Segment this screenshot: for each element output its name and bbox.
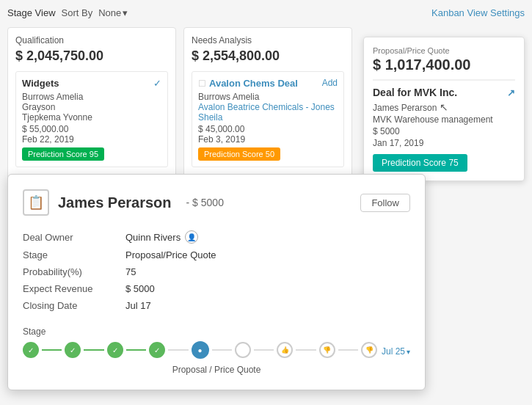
field-value-closing-date: Jul 17	[125, 300, 151, 311]
check-icon: ✓	[153, 78, 161, 89]
follow-button[interactable]: Follow	[360, 194, 410, 212]
proposal-amount: $ 5000	[373, 126, 515, 136]
stage-section-label: Stage	[23, 326, 45, 337]
add-link[interactable]: Add	[322, 78, 338, 88]
field-row-closing-date: Closing Date Jul 17	[23, 297, 410, 314]
card-person-1: Burrows Amelia	[22, 92, 161, 102]
kanban-toolbar: Stage View Sort By None ▾ Kanban View Se…	[7, 7, 525, 18]
stage-dot-5[interactable]: ●	[192, 341, 209, 359]
kanban-settings-link[interactable]: Kanban View Settings	[431, 7, 525, 18]
field-row-probability: Probability(%) 75	[23, 263, 410, 280]
card-person-avalon: Burrows Amelia	[198, 92, 338, 102]
stage-connector-8	[338, 349, 358, 351]
proposal-desc: MVK Warehouse management	[373, 114, 515, 125]
cursor-icon: ↖	[440, 101, 448, 113]
open-icon[interactable]: ↗	[507, 87, 515, 98]
stage-date[interactable]: Jul 25 ▾	[382, 346, 410, 357]
stage-view-label: Stage View	[7, 7, 56, 18]
card-person-3: Tjepkema Yvonne	[22, 112, 161, 123]
card-amount: $ 55,000.00	[22, 124, 161, 134]
stage-connector-1	[42, 349, 62, 351]
col-title-needs-analysis: Needs Analysis	[192, 35, 344, 45]
proposal-date: Jan 17, 2019	[373, 138, 515, 148]
col-total-qualification: $ 2,045,750.00	[15, 48, 168, 64]
detail-popup: 📋 James Perarson - $ 5000 Follow Deal Ow…	[7, 174, 426, 390]
field-label-probability: Probability(%)	[23, 266, 125, 277]
card-amount-avalon: $ 45,000.00	[198, 124, 338, 134]
stage-connector-2	[84, 349, 103, 351]
col-total-needs-analysis: $ 2,554,800.00	[192, 48, 344, 64]
chevron-down-icon: ▾	[407, 348, 410, 356]
card-sub-avalon: Avalon Beatrice Chemicals - Jones Sheila	[198, 102, 338, 123]
prediction-badge-avalon: Prediction Score 50	[198, 147, 280, 161]
stage-connector-7	[296, 349, 316, 351]
deal-icon: 📋	[23, 189, 49, 216]
stage-name-label: Proposal / Price Quote	[23, 365, 410, 375]
detail-fields: Deal Owner Quinn Rivers 👤 Stage Proposal…	[23, 227, 410, 314]
detail-subtitle: - $ 5000	[186, 197, 224, 208]
card-person-2: Grayson	[22, 102, 161, 112]
field-value-revenue: $ 5000	[125, 283, 155, 294]
field-row-owner: Deal Owner Quinn Rivers 👤	[23, 227, 410, 247]
field-value-owner: Quinn Rivers 👤	[125, 230, 198, 244]
card-date: Feb 22, 2019	[22, 134, 161, 145]
field-label-owner: Deal Owner	[23, 232, 125, 243]
proposal-card-title: Proposal/Price Quote	[373, 46, 515, 55]
stage-dot-1[interactable]: ✓	[23, 342, 39, 358]
kanban-card[interactable]: Widgets ✓ Burrows Amelia Grayson Tjepkem…	[15, 71, 168, 167]
field-row-stage: Stage Proposal/Price Quote	[23, 247, 410, 263]
card-date-avalon: Feb 3, 2019	[198, 134, 338, 145]
stage-connector-5	[212, 349, 232, 351]
sort-dropdown[interactable]: None ▾	[98, 7, 128, 18]
user-icon: 👤	[185, 230, 198, 244]
chevron-down-icon: ▾	[123, 7, 128, 18]
stage-connector-4	[168, 349, 188, 351]
proposal-person: James Perarson ↖	[373, 101, 515, 113]
toolbar-left: Stage View Sort By None ▾	[7, 7, 128, 18]
field-value-probability: 75	[125, 266, 136, 277]
field-value-stage: Proposal/Price Quote	[125, 249, 216, 260]
stage-progress: Stage ✓ ✓ ✓ ✓ ● 👍 👎 👎	[23, 326, 410, 375]
field-row-revenue: Expect Revenue $ 5000	[23, 280, 410, 297]
field-label-closing-date: Closing Date	[23, 300, 125, 311]
field-label-stage: Stage	[23, 249, 125, 260]
stage-dot-9[interactable]: 👎	[361, 342, 377, 358]
proposal-deal-name: Deal for MVK Inc. ↗	[373, 87, 515, 98]
stage-dots: ✓ ✓ ✓ ✓ ● 👍 👎 👎	[23, 341, 377, 359]
stage-dot-2[interactable]: ✓	[65, 342, 81, 358]
stage-dot-8[interactable]: 👎	[319, 342, 335, 358]
stage-dot-3[interactable]: ✓	[107, 342, 123, 358]
stage-dot-7[interactable]: 👍	[277, 342, 293, 358]
stage-connector-3	[126, 349, 146, 351]
detail-header: 📋 James Perarson - $ 5000 Follow	[23, 189, 410, 216]
checkbox-icon[interactable]: ☐	[198, 79, 206, 89]
prediction-badge-proposal: Prediction Score 75	[373, 154, 467, 172]
stage-dot-4[interactable]: ✓	[149, 342, 165, 358]
field-label-revenue: Expect Revenue	[23, 283, 125, 294]
prediction-badge: Prediction Score 95	[22, 147, 104, 161]
card-title: Widgets	[22, 78, 59, 89]
stage-connector-6	[254, 349, 274, 351]
stage-dot-6[interactable]	[235, 342, 251, 358]
kanban-card-avalon[interactable]: ☐ Avalon Chems Deal Add Burrows Amelia A…	[192, 71, 344, 167]
sort-by-label: Sort By	[62, 7, 93, 18]
proposal-card-total: $ 1,017,400.00	[373, 56, 515, 81]
col-title-qualification: Qualification	[15, 35, 168, 45]
detail-title: James Perarson	[58, 194, 172, 211]
card-title-link[interactable]: Avalon Chems Deal	[209, 78, 298, 89]
proposal-card-popup: Proposal/Price Quote $ 1,017,400.00 Deal…	[363, 37, 525, 181]
